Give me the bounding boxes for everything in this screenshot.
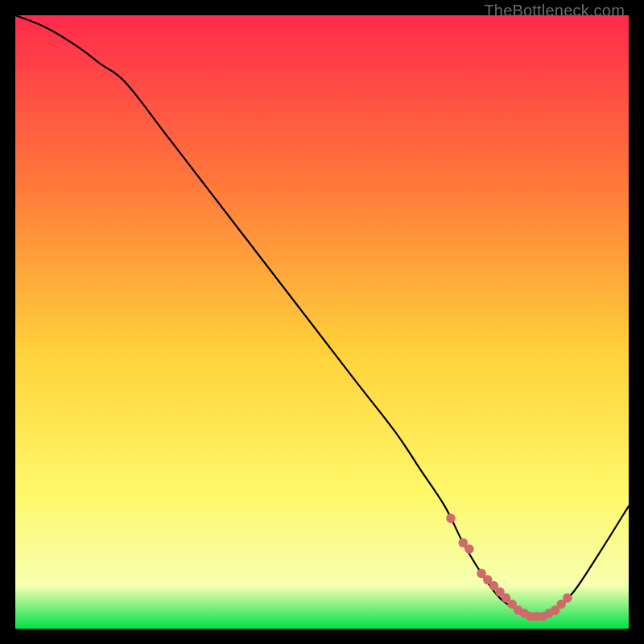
marker-dot — [446, 514, 456, 523]
marker-dot — [563, 593, 572, 603]
plot-svg — [15, 15, 629, 629]
chart-stage: TheBottleneck.com — [0, 0, 644, 644]
watermark-text: TheBottleneck.com — [484, 2, 625, 20]
plot-area — [15, 15, 629, 629]
gradient-background — [15, 15, 629, 629]
marker-dot — [464, 544, 474, 554]
